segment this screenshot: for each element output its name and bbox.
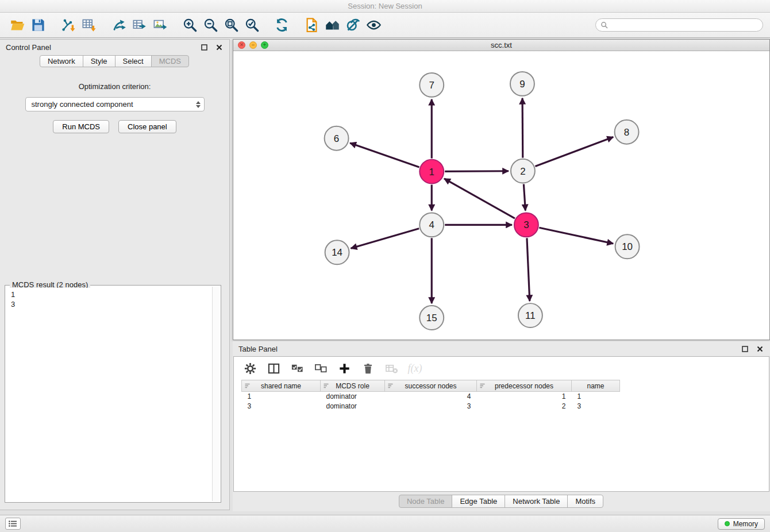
network-view-window: scc.txt 7968124314101511 xyxy=(233,39,770,340)
tab-network[interactable]: Network xyxy=(40,55,83,67)
memory-button[interactable]: Memory xyxy=(718,518,765,530)
home-button[interactable] xyxy=(322,15,342,36)
graph-edge-3-10[interactable] xyxy=(539,228,613,244)
graph-node-1[interactable]: 1 xyxy=(419,160,444,184)
sort-icon xyxy=(387,383,394,391)
trash-icon xyxy=(361,362,375,375)
toolbar-search[interactable] xyxy=(595,18,763,32)
column-header-shared-name[interactable]: shared name xyxy=(242,380,321,392)
close-panel-button[interactable] xyxy=(214,43,224,52)
sort-icon xyxy=(479,383,486,391)
new-network-button[interactable] xyxy=(108,15,129,36)
graph-node-8[interactable]: 8 xyxy=(615,120,639,144)
node-table: shared nameMCDS rolesuccessor nodesprede… xyxy=(241,380,620,411)
column-header-MCDS-role[interactable]: MCDS role xyxy=(321,380,385,392)
graph-node-10[interactable]: 10 xyxy=(615,234,640,259)
network-canvas[interactable]: 7968124314101511 xyxy=(233,52,769,340)
float-panel-button[interactable] xyxy=(199,43,209,52)
export-image-button[interactable] xyxy=(149,15,170,36)
svg-text:10: 10 xyxy=(622,241,633,252)
tab-mcds[interactable]: MCDS xyxy=(151,55,189,67)
apply-layout-button[interactable] xyxy=(271,15,292,36)
graph-edge-4-14[interactable] xyxy=(351,229,419,249)
graph-node-2[interactable]: 2 xyxy=(511,159,535,183)
window-zoom-button[interactable] xyxy=(261,41,268,49)
column-header-name[interactable]: name xyxy=(572,380,620,392)
table-cell: 1 xyxy=(477,392,572,402)
criterion-dropdown[interactable]: strongly connected component xyxy=(25,97,205,111)
tab-style[interactable]: Style xyxy=(83,55,116,67)
table-cell: 4 xyxy=(385,392,477,402)
graph-edge-3-1[interactable] xyxy=(444,179,515,218)
graph-node-4[interactable]: 4 xyxy=(419,213,444,237)
graph-node-14[interactable]: 14 xyxy=(325,240,349,264)
graph-edge-2-3[interactable] xyxy=(523,184,525,210)
zoom-fit-button[interactable] xyxy=(221,15,241,36)
create-column-button[interactable] xyxy=(337,361,352,376)
result-scrollbar[interactable] xyxy=(212,287,220,501)
zoom-in-button[interactable] xyxy=(179,15,200,36)
graph-node-6[interactable]: 6 xyxy=(325,126,349,151)
node-table-body: 1dominator4113dominator323 xyxy=(242,392,620,411)
svg-text:11: 11 xyxy=(525,310,536,321)
import-public-network-button[interactable] xyxy=(301,15,322,36)
column-header-predecessor-nodes[interactable]: predecessor nodes xyxy=(477,380,572,392)
window-minimize-button[interactable] xyxy=(249,41,257,49)
graph-edge-3-11[interactable] xyxy=(527,238,530,301)
export-table-button[interactable] xyxy=(129,15,149,36)
graph-edge-2-8[interactable] xyxy=(535,137,613,166)
window-close-button[interactable] xyxy=(238,41,245,49)
import-network-button[interactable] xyxy=(57,15,78,36)
graph-node-9[interactable]: 9 xyxy=(510,72,534,96)
table-row[interactable]: 3dominator323 xyxy=(242,402,620,411)
svg-text:15: 15 xyxy=(426,313,437,323)
task-history-button[interactable] xyxy=(5,518,21,530)
table-settings-button[interactable] xyxy=(242,361,257,376)
graph-node-7[interactable]: 7 xyxy=(419,73,444,97)
graph-edge-1-2[interactable] xyxy=(445,171,509,172)
close-table-panel-button[interactable] xyxy=(755,344,764,353)
float-table-panel-button[interactable] xyxy=(740,344,749,353)
delete-columns-button[interactable] xyxy=(360,361,375,376)
deselect-all-columns-button[interactable] xyxy=(313,361,328,376)
import-table-button[interactable] xyxy=(78,15,99,36)
show-graphics-details-button[interactable] xyxy=(363,15,384,36)
zoom-out-button[interactable] xyxy=(200,15,221,36)
tab-motifs[interactable]: Motifs xyxy=(567,495,603,508)
import-table-icon xyxy=(81,17,97,33)
graph-edge-1-6[interactable] xyxy=(350,143,419,167)
mcds-result-list: 13 xyxy=(6,288,211,500)
tab-edge-table[interactable]: Edge Table xyxy=(452,495,505,508)
table-panel-header: Table Panel xyxy=(233,341,770,356)
toolbar-separator xyxy=(99,25,108,25)
tab-select[interactable]: Select xyxy=(115,55,152,67)
network-arrows-icon xyxy=(111,17,126,33)
close-panel-button-cp[interactable]: Close panel xyxy=(118,120,176,133)
select-all-columns-button[interactable] xyxy=(290,361,305,376)
column-header-successor-nodes[interactable]: successor nodes xyxy=(385,380,477,392)
tab-network-table[interactable]: Network Table xyxy=(505,495,568,508)
filter-button[interactable] xyxy=(342,15,363,36)
graph-node-3[interactable]: 3 xyxy=(514,213,538,237)
function-builder-button: f(x) xyxy=(407,361,422,376)
show-columns-button[interactable] xyxy=(266,361,281,376)
graph-edge-2-9[interactable] xyxy=(522,98,523,158)
tab-node-table[interactable]: Node Table xyxy=(399,495,453,508)
houses-icon xyxy=(325,17,340,33)
open-session-button[interactable] xyxy=(7,15,28,36)
save-session-button[interactable] xyxy=(28,15,48,36)
mcds-result-box: MCDS result (2 nodes) 13 xyxy=(5,285,221,503)
zoom-selected-button[interactable] xyxy=(241,15,262,36)
graph-node-11[interactable]: 11 xyxy=(518,303,542,327)
table-cell: 3 xyxy=(242,402,321,411)
graph-node-15[interactable]: 15 xyxy=(419,306,444,330)
network-window-titlebar[interactable]: scc.txt xyxy=(233,40,769,51)
search-input[interactable] xyxy=(611,21,758,29)
zoom-fit-icon xyxy=(224,17,239,33)
table-panel-title: Table Panel xyxy=(238,345,734,353)
refresh-icon xyxy=(274,17,290,33)
columns-icon xyxy=(267,362,280,375)
table-row[interactable]: 1dominator411 xyxy=(242,392,620,402)
run-mcds-button[interactable]: Run MCDS xyxy=(53,120,109,133)
folder-open-icon xyxy=(10,17,25,33)
